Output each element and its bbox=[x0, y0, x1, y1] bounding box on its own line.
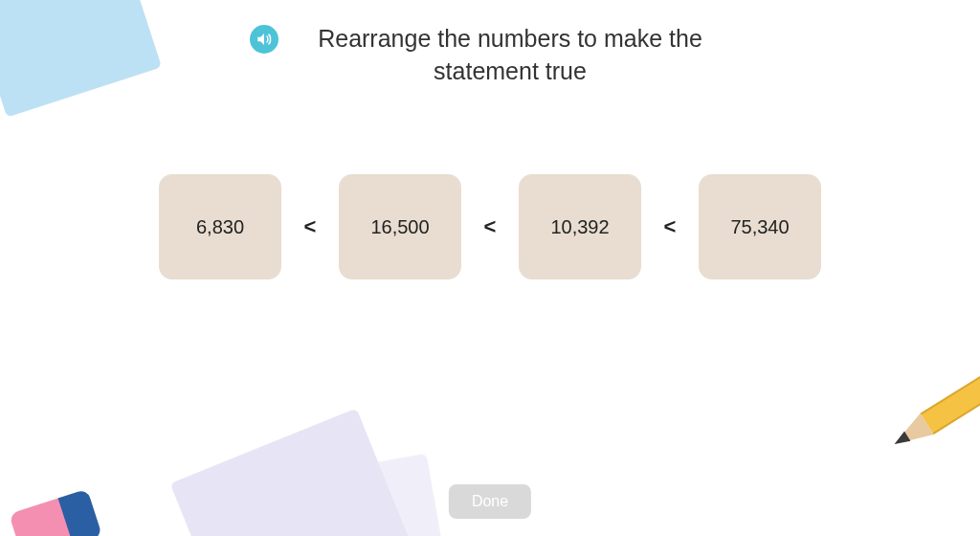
speaker-button[interactable] bbox=[250, 25, 278, 54]
done-button[interactable]: Done bbox=[449, 484, 531, 519]
less-than-operator: < bbox=[301, 214, 320, 239]
speaker-icon bbox=[256, 31, 273, 48]
less-than-operator: < bbox=[660, 214, 679, 239]
decorative-pencil bbox=[888, 363, 980, 455]
number-tiles-row: 6,830 < 16,500 < 10,392 < 75,340 bbox=[0, 174, 980, 279]
number-tile-0[interactable]: 6,830 bbox=[159, 174, 281, 279]
decorative-paper-front bbox=[170, 408, 414, 536]
number-tile-3[interactable]: 75,340 bbox=[699, 174, 821, 279]
number-tile-1[interactable]: 16,500 bbox=[339, 174, 461, 279]
instruction-title: Rearrange the numbers to make the statem… bbox=[290, 23, 730, 88]
decorative-eraser bbox=[8, 484, 107, 536]
less-than-operator: < bbox=[480, 214, 500, 239]
number-tile-2[interactable]: 10,392 bbox=[519, 174, 641, 279]
decorative-blue-sheet bbox=[0, 0, 162, 118]
